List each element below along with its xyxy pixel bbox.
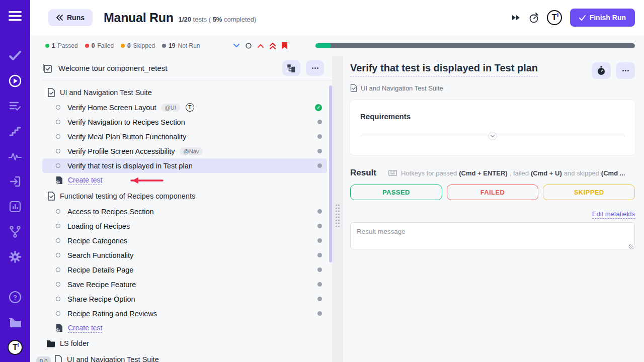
skipped-button[interactable]: SKIPPED: [543, 185, 635, 200]
test-row[interactable]: Recipe Details Page: [42, 262, 327, 277]
test-row[interactable]: Share Recipe Option: [42, 292, 327, 306]
run-plan-title: Welcome tour component_retest: [58, 64, 277, 72]
tree-more-button[interactable]: [306, 60, 324, 76]
status-notrun-icon: [317, 267, 322, 272]
test-tree-panel: Welcome tour component_retest UI and Nav…: [30, 56, 332, 362]
failed-button[interactable]: FAILED: [447, 185, 539, 200]
detail-more-button[interactable]: [616, 62, 635, 79]
result-message-input[interactable]: [350, 222, 635, 249]
notrun-stat: 19Not Run: [162, 42, 200, 49]
test-title: Recipe Categories: [67, 237, 127, 245]
svg-text:?: ?: [13, 294, 17, 301]
test-row[interactable]: Loading of Recipes: [42, 219, 327, 233]
finish-run-button[interactable]: Finish Run: [570, 9, 635, 27]
status-passed-icon: ✓: [315, 104, 322, 111]
test-state-ring-icon: [56, 297, 60, 301]
test-tree: UI and Navigation Test Suite Verify Home…: [42, 80, 332, 362]
folder-icon[interactable]: [0, 310, 30, 335]
test-row[interactable]: Verify Profile Screen Accessibility @Nav: [42, 144, 327, 158]
gear-icon[interactable]: [0, 244, 30, 269]
suite-row[interactable]: Functional testing of Recipes components: [42, 188, 332, 204]
suite-row[interactable]: UI and Navigation Test Suite: [42, 84, 332, 100]
double-chevron-up-filter-icon[interactable]: [270, 43, 276, 49]
bookmark-filter-icon[interactable]: [282, 42, 287, 49]
folder-row[interactable]: LS folder: [42, 335, 332, 351]
test-state-ring-icon: [56, 120, 60, 124]
create-test-link[interactable]: Create test: [68, 176, 102, 185]
back-to-runs-button[interactable]: Runs: [48, 9, 93, 26]
content-split: Welcome tour component_retest UI and Nav…: [30, 56, 644, 362]
detail-timer-button[interactable]: [592, 62, 611, 79]
run-progress-bar: [315, 43, 635, 48]
create-test-link[interactable]: Create test: [68, 324, 102, 333]
fast-forward-button[interactable]: [512, 15, 521, 21]
test-row[interactable]: Search Functionality: [42, 248, 327, 262]
runs-list-icon[interactable]: [0, 94, 30, 119]
requirements-title: Requirements: [360, 112, 625, 121]
test-state-ring-icon: [56, 238, 60, 243]
branch-icon[interactable]: [0, 219, 30, 244]
header-account-logo[interactable]: T: [547, 10, 562, 25]
test-title: Share Recipe Option: [67, 295, 135, 303]
pulse-icon[interactable]: [0, 144, 30, 169]
status-notrun-icon: [317, 149, 322, 153]
create-test-row: Create test: [42, 321, 332, 335]
edit-metafields-link[interactable]: Edit metafields: [592, 210, 635, 219]
status-notrun-icon: [317, 297, 322, 301]
expand-chevron-icon[interactable]: [489, 132, 497, 140]
test-row[interactable]: Verify Meal Plan Button Functionality: [42, 129, 327, 144]
chevron-down-filter-icon[interactable]: [233, 44, 239, 48]
help-icon[interactable]: ?: [0, 285, 30, 310]
test-state-ring-icon: [56, 224, 60, 228]
test-tag-badge[interactable]: @Nav: [180, 147, 203, 155]
detail-suite-breadcrumb[interactable]: UI and Navigation Test Suite: [350, 84, 635, 92]
run-play-icon[interactable]: [0, 68, 30, 94]
requirements-expander: [360, 132, 625, 141]
test-title: Verify Meal Plan Button Functionality: [67, 133, 186, 141]
status-notrun-icon: [317, 238, 322, 243]
chevron-up-filter-icon[interactable]: [258, 44, 264, 48]
import-icon[interactable]: [0, 169, 30, 194]
test-row[interactable]: Recipe Rating and Reviews: [42, 306, 327, 321]
passed-button[interactable]: PASSED: [350, 185, 442, 200]
test-tag-badge[interactable]: @UI: [161, 104, 180, 112]
test-row[interactable]: Save Recipe Feature: [42, 277, 327, 292]
panel-resize-divider[interactable]: [332, 56, 343, 362]
detail-suite-label: UI and Navigation Test Suite: [361, 84, 443, 92]
run-header: Runs Manual Run 1/20 tests ( 5% complete…: [30, 0, 644, 35]
tree-view-button[interactable]: [282, 60, 300, 76]
double-chevron-left-icon: [56, 15, 63, 21]
timer-button[interactable]: [529, 12, 539, 23]
test-detail-title[interactable]: Verify that test is displayed in Test pl…: [350, 62, 538, 76]
status-notrun-icon: [317, 209, 322, 214]
test-row[interactable]: Access to Recipes Section: [42, 204, 327, 219]
test-state-ring-icon: [56, 282, 60, 287]
circle-filter-icon[interactable]: [246, 43, 252, 49]
file-plus-icon: [56, 176, 63, 185]
skipped-stat: 0Skipped: [121, 42, 155, 49]
test-title: Search Functionality: [67, 251, 133, 259]
test-state-ring-icon: [56, 209, 60, 214]
suite-row-clipped[interactable]: UI and Navigation Test Suite: [42, 351, 332, 362]
test-state-ring-icon: [56, 267, 60, 272]
test-state-ring-icon: [56, 149, 60, 153]
test-row[interactable]: Recipe Categories: [42, 233, 327, 248]
file-plus-icon: [56, 324, 63, 332]
test-row[interactable]: Verify Navigation to Recipes Section: [42, 115, 327, 129]
suite-title: UI and Navigation Test Suite: [67, 355, 159, 362]
passed-stat: 1Passed: [45, 42, 78, 49]
analytics-icon[interactable]: [0, 194, 30, 219]
menu-icon[interactable]: [0, 0, 30, 32]
resize-handle-icon[interactable]: [629, 244, 633, 249]
clipped-count-badge: 0.0: [36, 356, 51, 362]
status-summary-row: 1Passed 0Failed 0Skipped 19Not Run: [30, 35, 644, 56]
check-icon[interactable]: [0, 43, 30, 68]
test-row[interactable]: Verify Home Screen Layout @UI T ✓: [42, 100, 327, 115]
tree-panel-header: Welcome tour component_retest: [42, 56, 332, 80]
test-title: Recipe Rating and Reviews: [67, 310, 157, 318]
test-row-selected[interactable]: Verify that test is displayed in Test pl…: [42, 158, 327, 173]
folder-title: LS folder: [60, 339, 89, 347]
suite-title: Functional testing of Recipes components: [60, 192, 195, 200]
steps-icon[interactable]: [0, 119, 30, 144]
sidebar-testomat-logo[interactable]: T: [0, 335, 30, 360]
